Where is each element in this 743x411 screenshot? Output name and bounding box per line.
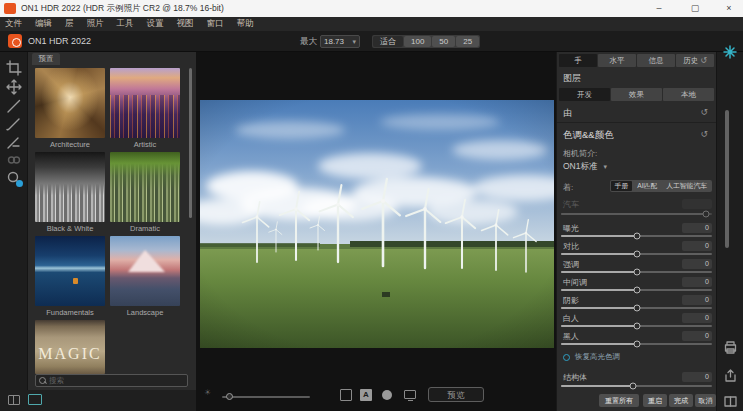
preset-tile-magic[interactable]: MAGIC [35,320,105,374]
slider-handle[interactable] [633,269,640,276]
done-button[interactable]: 完成 [669,394,693,407]
search-input[interactable] [49,376,187,385]
soft-proof-icon[interactable] [382,389,394,401]
tab-info[interactable]: 信息 [637,54,675,67]
zoom-level-dropdown[interactable]: 18.73 ▾ [320,35,360,48]
brush-tool-icon[interactable] [6,116,22,132]
sync-icon[interactable] [723,45,737,59]
slider-handle[interactable] [702,211,709,218]
menu-item-view[interactable]: 视图 [177,18,194,30]
menu-item-settings[interactable]: 设置 [147,18,164,30]
presets-tab[interactable]: 预置 [32,53,60,65]
blacks-slider[interactable] [561,343,712,345]
menu-item-help[interactable]: 帮助 [237,18,254,30]
preview-button[interactable]: 预览 [428,387,484,402]
shadows-slider[interactable] [561,307,712,309]
tab-effects[interactable]: 效果 [611,88,662,101]
slider-handle[interactable] [633,305,640,312]
reset-all-button[interactable]: 重置所有 [599,394,639,407]
zoom-slider[interactable] [222,396,310,398]
minimize-button[interactable]: – [645,0,673,17]
crop-tool-icon[interactable] [6,60,22,76]
preset-tile-landscape[interactable] [110,236,180,306]
slider-handle[interactable] [630,383,637,390]
export-icon[interactable] [723,368,738,383]
whites-value[interactable]: 0 [682,313,712,323]
on1-logo-icon [8,34,22,48]
app-window: ON1 HDR 2022 (HDR 示例照片 CR2 @ 18.7% 16-bi… [0,0,743,411]
preset-tile-architecture[interactable] [35,68,105,138]
structure-value[interactable]: 0 [682,372,712,382]
move-tool-icon[interactable] [6,79,22,95]
mode-ai-auto-button[interactable]: 人工智能汽车 [662,181,711,191]
cancel-button[interactable]: 取消 [695,394,716,407]
exposure-slider[interactable] [561,235,712,237]
mode-manual-button[interactable]: 手册 [611,181,633,191]
slider-handle[interactable] [633,251,640,258]
presets-scrollbar[interactable] [189,68,192,218]
structure-slider[interactable] [561,385,712,387]
edit-view-icon[interactable] [28,394,42,405]
slider-handle[interactable] [633,323,640,330]
tame-highlights-toggle[interactable]: 恢复高光色调 [563,352,620,362]
tab-levels[interactable]: 水平 [598,54,636,67]
contrast-slider[interactable] [561,253,712,255]
pen-tool-icon[interactable] [6,98,22,114]
pane-reset-icon[interactable]: ↺ [700,107,708,117]
tab-develop[interactable]: 开发 [559,88,610,101]
zoom-50-button[interactable]: 50 [432,36,455,47]
zoom-slider-handle[interactable] [226,393,233,400]
preset-tile-artistic[interactable] [110,68,180,138]
split-view-icon[interactable] [723,394,738,409]
menu-item-edit[interactable]: 编辑 [35,18,52,30]
menu-item-photo[interactable]: 照片 [87,18,104,30]
menu-item-window[interactable]: 窗口 [207,18,224,30]
menu-item-file[interactable]: 文件 [5,18,22,30]
midtones-value[interactable]: 0 [682,277,712,287]
chain-tool-icon[interactable] [6,152,22,168]
highlights-value[interactable]: 0 [682,259,712,269]
auto-slider-track[interactable] [561,213,712,215]
preset-label: Dramatic [110,224,180,233]
preset-label: Black & White [35,224,105,233]
tab-local[interactable]: 本地 [663,88,714,101]
close-button[interactable]: × [715,0,743,17]
reset-button[interactable]: 重启 [643,394,667,407]
maximize-button[interactable]: ▢ [681,0,709,17]
camera-profile-dropdown[interactable]: ON1标准 ▾ [563,161,607,173]
mode-ai-match-button[interactable]: AI匹配 [633,181,661,191]
zoom-25-button[interactable]: 25 [456,36,479,47]
slider-handle[interactable] [633,287,640,294]
fit-button[interactable]: 适合 [373,36,403,47]
blacks-value[interactable]: 0 [682,331,712,341]
print-icon[interactable] [723,340,738,355]
auto-badge-icon[interactable]: A [360,389,372,401]
menu-item-tools[interactable]: 工具 [117,18,134,30]
tool-rail [0,52,28,411]
presets-panel: 预置 Architecture Artistic Black & White D… [28,52,196,390]
contrast-value[interactable]: 0 [682,241,712,251]
menu-item-layer[interactable]: 层 [65,18,74,30]
highlights-slider[interactable] [561,271,712,273]
refine-brush-tool-icon[interactable] [6,134,22,150]
zoom-100-button[interactable]: 100 [404,36,431,47]
photo-wind-turbines[interactable] [200,100,554,348]
preset-tile-dramatic[interactable] [110,152,180,222]
exposure-value[interactable]: 0 [682,223,712,233]
tone-reset-icon[interactable]: ↺ [700,129,708,139]
browse-view-icon[interactable] [8,395,20,405]
ai-mask-tool-icon[interactable] [6,170,22,186]
tab-history[interactable]: 历史 ↺ [676,54,714,67]
preset-tile-fundamentals[interactable] [35,236,105,306]
shadows-value[interactable]: 0 [682,295,712,305]
whites-slider[interactable] [561,325,712,327]
monitor-icon[interactable] [404,390,416,399]
tab-navigator[interactable]: 手 [559,54,597,67]
panel-scrollbar[interactable] [725,110,729,248]
preset-tile-black-white[interactable] [35,152,105,222]
midtones-slider[interactable] [561,289,712,291]
auto-slider-value[interactable] [682,199,712,209]
slider-handle[interactable] [633,233,640,240]
slider-handle[interactable] [633,341,640,348]
compare-box-icon[interactable] [340,389,352,401]
